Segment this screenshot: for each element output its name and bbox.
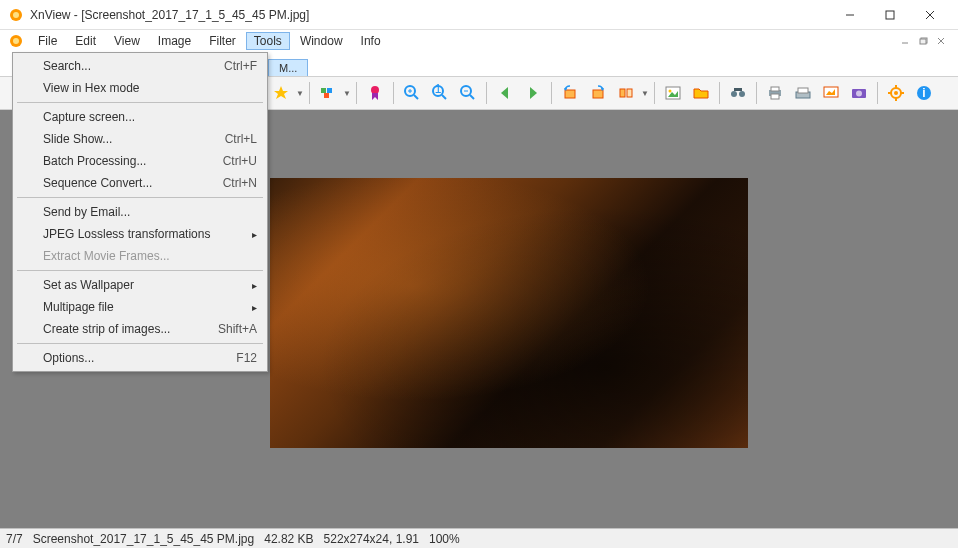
svg-rect-28 xyxy=(565,90,575,98)
toolbar-separator xyxy=(551,82,552,104)
rotate-right-icon xyxy=(589,84,607,102)
picture-button[interactable] xyxy=(660,80,686,106)
submenu-arrow-icon: ▸ xyxy=(252,302,257,313)
menu-jpeg-lossless[interactable]: JPEG Lossless transformations▸ xyxy=(15,223,265,245)
zoom-in-icon xyxy=(403,84,421,102)
menu-image[interactable]: Image xyxy=(150,32,199,50)
slideshow-button[interactable] xyxy=(818,80,844,106)
browse-button[interactable] xyxy=(688,80,714,106)
flip-button[interactable] xyxy=(613,80,639,106)
folder-icon xyxy=(692,84,710,102)
acquire-button[interactable] xyxy=(846,80,872,106)
svg-rect-42 xyxy=(771,94,779,99)
svg-rect-33 xyxy=(627,89,632,97)
displayed-image xyxy=(270,178,748,448)
menu-item-label: Capture screen... xyxy=(43,110,257,124)
rotate-right-button[interactable] xyxy=(585,80,611,106)
menu-create-strip[interactable]: Create strip of images...Shift+A xyxy=(15,318,265,340)
dropdown-arrow-icon[interactable]: ▼ xyxy=(641,89,649,98)
menu-item-shortcut: Ctrl+F xyxy=(224,59,257,73)
menu-filter[interactable]: Filter xyxy=(201,32,244,50)
menu-search[interactable]: Search...Ctrl+F xyxy=(15,55,265,77)
settings-button[interactable] xyxy=(883,80,909,106)
submenu-arrow-icon: ▸ xyxy=(252,280,257,291)
menu-item-label: Send by Email... xyxy=(43,205,257,219)
menu-tools[interactable]: Tools xyxy=(246,32,290,50)
next-button[interactable] xyxy=(520,80,546,106)
menu-info[interactable]: Info xyxy=(353,32,389,50)
picture-icon xyxy=(664,84,682,102)
tag-button[interactable] xyxy=(362,80,388,106)
toolbar-separator xyxy=(719,82,720,104)
search-button[interactable] xyxy=(725,80,751,106)
svg-rect-39 xyxy=(734,88,742,91)
favorite-button[interactable] xyxy=(268,80,294,106)
mdi-restore-button[interactable] xyxy=(916,34,932,48)
prev-button[interactable] xyxy=(492,80,518,106)
status-zoom: 100% xyxy=(429,532,460,546)
flip-icon xyxy=(617,84,635,102)
toolbar-separator xyxy=(877,82,878,104)
maximize-button[interactable] xyxy=(870,1,910,29)
svg-rect-30 xyxy=(593,90,603,98)
close-button[interactable] xyxy=(910,1,950,29)
menu-slide-show[interactable]: Slide Show...Ctrl+L xyxy=(15,128,265,150)
palette-icon xyxy=(319,84,337,102)
mdi-close-button[interactable] xyxy=(934,34,950,48)
camera-icon xyxy=(850,84,868,102)
print-button[interactable] xyxy=(762,80,788,106)
arrow-left-icon xyxy=(496,84,514,102)
svg-rect-45 xyxy=(824,87,838,97)
menu-file[interactable]: File xyxy=(30,32,65,50)
zoom-in-button[interactable] xyxy=(399,80,425,106)
minimize-button[interactable] xyxy=(830,1,870,29)
menu-sequence-convert[interactable]: Sequence Convert...Ctrl+N xyxy=(15,172,265,194)
svg-point-50 xyxy=(894,91,898,95)
info-button[interactable]: i xyxy=(911,80,937,106)
svg-rect-44 xyxy=(798,88,808,93)
menu-options[interactable]: Options...F12 xyxy=(15,347,265,369)
menu-item-label: Set as Wallpaper xyxy=(43,278,257,292)
menu-item-label: Create strip of images... xyxy=(43,322,198,336)
app-icon xyxy=(8,7,24,23)
document-tab[interactable]: M... xyxy=(268,59,308,76)
svg-line-23 xyxy=(442,95,446,99)
svg-rect-16 xyxy=(324,93,329,98)
menu-hex-mode[interactable]: View in Hex mode xyxy=(15,77,265,99)
scanner-button[interactable] xyxy=(790,80,816,106)
menu-item-label: Extract Movie Frames... xyxy=(43,249,257,263)
menu-item-label: JPEG Lossless transformations xyxy=(43,227,257,241)
dropdown-arrow-icon[interactable]: ▼ xyxy=(296,89,304,98)
binoculars-icon xyxy=(729,84,747,102)
toolbar-separator xyxy=(356,82,357,104)
dropdown-arrow-icon[interactable]: ▼ xyxy=(343,89,351,98)
zoom-fit-button[interactable]: 1 xyxy=(427,80,453,106)
svg-point-48 xyxy=(856,91,862,97)
arrow-right-icon xyxy=(524,84,542,102)
status-dimensions: 522x274x24, 1.91 xyxy=(324,532,419,546)
menu-extract-frames: Extract Movie Frames... xyxy=(15,245,265,267)
menu-send-email[interactable]: Send by Email... xyxy=(15,201,265,223)
menu-set-wallpaper[interactable]: Set as Wallpaper▸ xyxy=(15,274,265,296)
menu-view[interactable]: View xyxy=(106,32,148,50)
menu-capture-screen[interactable]: Capture screen... xyxy=(15,106,265,128)
zoom-out-button[interactable] xyxy=(455,80,481,106)
menu-batch-processing[interactable]: Batch Processing...Ctrl+U xyxy=(15,150,265,172)
menu-item-label: Slide Show... xyxy=(43,132,205,146)
submenu-arrow-icon: ▸ xyxy=(252,229,257,240)
menu-edit[interactable]: Edit xyxy=(67,32,104,50)
rotate-left-button[interactable] xyxy=(557,80,583,106)
palette-button[interactable] xyxy=(315,80,341,106)
menu-item-shortcut: Ctrl+L xyxy=(225,132,257,146)
svg-line-26 xyxy=(470,95,474,99)
svg-line-19 xyxy=(414,95,418,99)
toolbar-separator xyxy=(654,82,655,104)
menu-multipage-file[interactable]: Multipage file▸ xyxy=(15,296,265,318)
toolbar-separator xyxy=(393,82,394,104)
mdi-minimize-button[interactable] xyxy=(898,34,914,48)
menu-item-label: Multipage file xyxy=(43,300,257,314)
menu-item-shortcut: F12 xyxy=(236,351,257,365)
rotate-left-icon xyxy=(561,84,579,102)
ribbon-icon xyxy=(366,84,384,102)
menu-window[interactable]: Window xyxy=(292,32,351,50)
